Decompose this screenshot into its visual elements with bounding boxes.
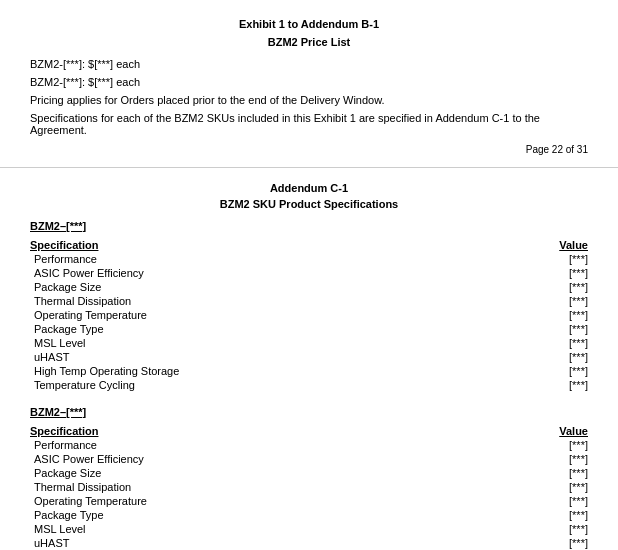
spec-value-cell: [***] (449, 494, 589, 508)
sku2-table: Specification Value Performance[***]ASIC… (30, 424, 588, 550)
spec-name-cell: Package Type (30, 322, 449, 336)
spec-value-cell: [***] (449, 336, 589, 350)
bottom-section: Addendum C-1 BZM2 SKU Product Specificat… (0, 168, 618, 550)
table-row: Temperature Cycling[***] (30, 378, 588, 392)
spec-name-cell: High Temp Operating Storage (30, 364, 449, 378)
spec-name-cell: uHAST (30, 350, 449, 364)
spec-name-cell: Thermal Dissipation (30, 480, 449, 494)
spec-value-cell: [***] (449, 536, 589, 550)
spec-name-cell: Performance (30, 438, 449, 452)
spec-name-cell: Operating Temperature (30, 308, 449, 322)
price-line1: BZM2-[***]: $[***] each (30, 58, 588, 70)
price-list-title: BZM2 Price List (30, 36, 588, 48)
sku1-col-spec: Specification (30, 238, 449, 252)
exhibit-title: Exhibit 1 to Addendum B-1 (30, 18, 588, 30)
spec-value-cell: [***] (449, 438, 589, 452)
spec-name-cell: Operating Temperature (30, 494, 449, 508)
table-row: Performance[***] (30, 438, 588, 452)
table-row: Package Type[***] (30, 322, 588, 336)
spec-value-cell: [***] (449, 308, 589, 322)
table-row: MSL Level[***] (30, 522, 588, 536)
spec-value-cell: [***] (449, 252, 589, 266)
spec-name-cell: Package Type (30, 508, 449, 522)
table-row: Package Type[***] (30, 508, 588, 522)
spec-value-cell: [***] (449, 508, 589, 522)
table-row: ASIC Power Efficiency[***] (30, 266, 588, 280)
spec-value-cell: [***] (449, 266, 589, 280)
table-row: uHAST[***] (30, 536, 588, 550)
spec-name-cell: Thermal Dissipation (30, 294, 449, 308)
pricing-note: Pricing applies for Orders placed prior … (30, 94, 588, 106)
spec-value-cell: [***] (449, 350, 589, 364)
spec-value-cell: [***] (449, 294, 589, 308)
table-row: High Temp Operating Storage[***] (30, 364, 588, 378)
sku1-label: BZM2–[***] (30, 220, 588, 232)
spec-name-cell: MSL Level (30, 336, 449, 350)
spec-value-cell: [***] (449, 452, 589, 466)
table-row: MSL Level[***] (30, 336, 588, 350)
table-row: Operating Temperature[***] (30, 494, 588, 508)
spec-value-cell: [***] (449, 378, 589, 392)
spec-value-cell: [***] (449, 364, 589, 378)
table-row: Thermal Dissipation[***] (30, 480, 588, 494)
table-row: Operating Temperature[***] (30, 308, 588, 322)
spec-value-cell: [***] (449, 522, 589, 536)
spec-name-cell: Package Size (30, 466, 449, 480)
sku-specs-title: BZM2 SKU Product Specifications (30, 198, 588, 210)
price-line2: BZM2-[***]: $[***] each (30, 76, 588, 88)
spec-value-cell: [***] (449, 480, 589, 494)
sku1-col-value: Value (449, 238, 589, 252)
table-row: Package Size[***] (30, 466, 588, 480)
spec-name-cell: MSL Level (30, 522, 449, 536)
table-row: Performance[***] (30, 252, 588, 266)
spec-name-cell: ASIC Power Efficiency (30, 266, 449, 280)
sku2-col-spec: Specification (30, 424, 449, 438)
spec-value-cell: [***] (449, 322, 589, 336)
page-number-top: Page 22 of 31 (30, 144, 588, 155)
table-row: ASIC Power Efficiency[***] (30, 452, 588, 466)
spec-name-cell: Temperature Cycling (30, 378, 449, 392)
spec-value-cell: [***] (449, 466, 589, 480)
spec-name-cell: Package Size (30, 280, 449, 294)
sku2-col-value: Value (449, 424, 589, 438)
table-row: uHAST[***] (30, 350, 588, 364)
sku1-table: Specification Value Performance[***]ASIC… (30, 238, 588, 392)
spec-name-cell: uHAST (30, 536, 449, 550)
spec-name-cell: ASIC Power Efficiency (30, 452, 449, 466)
specs-note: Specifications for each of the BZM2 SKUs… (30, 112, 588, 136)
table-row: Package Size[***] (30, 280, 588, 294)
spec-value-cell: [***] (449, 280, 589, 294)
sku2-label: BZM2–[***] (30, 406, 588, 418)
page-container: Exhibit 1 to Addendum B-1 BZM2 Price Lis… (0, 0, 618, 550)
addendum-title: Addendum C-1 (30, 182, 588, 194)
spec-name-cell: Performance (30, 252, 449, 266)
table-row: Thermal Dissipation[***] (30, 294, 588, 308)
top-section: Exhibit 1 to Addendum B-1 BZM2 Price Lis… (0, 0, 618, 168)
